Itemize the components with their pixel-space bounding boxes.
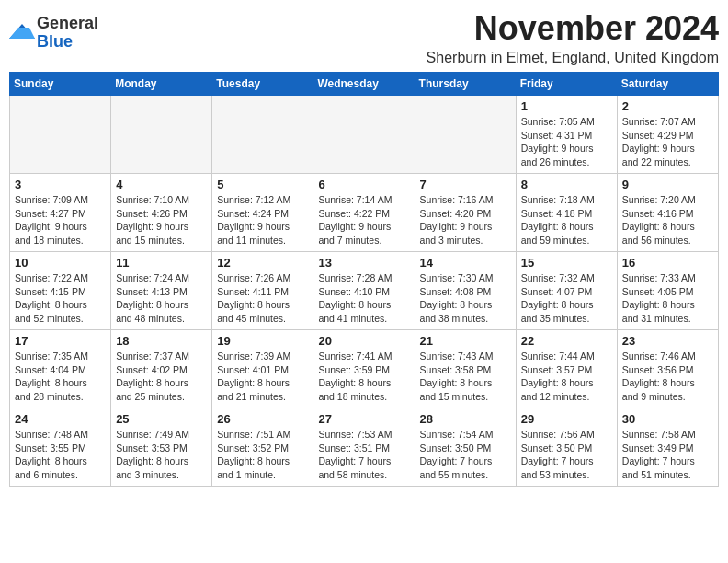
- day-number: 14: [420, 256, 511, 270]
- logo: General Blue: [9, 15, 98, 52]
- day-number: 26: [217, 412, 308, 426]
- day-info: Sunrise: 7:53 AM Sunset: 3:51 PM Dayligh…: [318, 428, 409, 482]
- day-info: Sunrise: 7:16 AM Sunset: 4:20 PM Dayligh…: [420, 193, 511, 247]
- day-info: Sunrise: 7:10 AM Sunset: 4:26 PM Dayligh…: [116, 193, 207, 247]
- calendar-cell: 10Sunrise: 7:22 AM Sunset: 4:15 PM Dayli…: [10, 252, 111, 330]
- day-info: Sunrise: 7:24 AM Sunset: 4:13 PM Dayligh…: [116, 271, 207, 326]
- logo-blue-text: Blue: [37, 33, 98, 52]
- day-number: 25: [116, 412, 207, 426]
- day-number: 1: [521, 99, 612, 113]
- calendar-cell: 24Sunrise: 7:48 AM Sunset: 3:55 PM Dayli…: [10, 408, 111, 487]
- day-info: Sunrise: 7:54 AM Sunset: 3:50 PM Dayligh…: [420, 428, 511, 482]
- calendar-cell: 30Sunrise: 7:58 AM Sunset: 3:49 PM Dayli…: [617, 408, 718, 487]
- day-number: 22: [521, 334, 612, 348]
- calendar-cell: 4Sunrise: 7:10 AM Sunset: 4:26 PM Daylig…: [111, 174, 212, 252]
- calendar-cell: 3Sunrise: 7:09 AM Sunset: 4:27 PM Daylig…: [10, 174, 111, 252]
- day-info: Sunrise: 7:20 AM Sunset: 4:16 PM Dayligh…: [622, 193, 713, 247]
- day-info: Sunrise: 7:51 AM Sunset: 3:52 PM Dayligh…: [217, 428, 308, 482]
- day-number: 11: [116, 256, 207, 270]
- calendar-cell: 23Sunrise: 7:46 AM Sunset: 3:56 PM Dayli…: [617, 330, 718, 408]
- calendar-cell: [415, 96, 516, 174]
- day-info: Sunrise: 7:48 AM Sunset: 3:55 PM Dayligh…: [15, 428, 106, 482]
- day-number: 3: [15, 178, 106, 191]
- day-info: Sunrise: 7:07 AM Sunset: 4:29 PM Dayligh…: [622, 115, 713, 169]
- day-number: 5: [217, 178, 308, 191]
- month-title: November 2024: [427, 9, 719, 48]
- calendar-cell: 11Sunrise: 7:24 AM Sunset: 4:13 PM Dayli…: [111, 252, 212, 330]
- day-number: 6: [318, 178, 409, 191]
- day-info: Sunrise: 7:30 AM Sunset: 4:08 PM Dayligh…: [420, 271, 511, 326]
- column-header-wednesday: Wednesday: [313, 73, 415, 96]
- week-row-2: 3Sunrise: 7:09 AM Sunset: 4:27 PM Daylig…: [10, 174, 719, 252]
- calendar-cell: 28Sunrise: 7:54 AM Sunset: 3:50 PM Dayli…: [415, 408, 516, 487]
- column-header-tuesday: Tuesday: [212, 73, 313, 96]
- logo-general-text: General: [37, 15, 98, 33]
- calendar-cell: 7Sunrise: 7:16 AM Sunset: 4:20 PM Daylig…: [415, 174, 516, 252]
- day-number: 27: [318, 412, 409, 426]
- calendar-cell: 15Sunrise: 7:32 AM Sunset: 4:07 PM Dayli…: [516, 252, 617, 330]
- title-section: November 2024 Sherburn in Elmet, England…: [427, 9, 719, 66]
- day-number: 4: [116, 178, 207, 191]
- calendar-cell: 18Sunrise: 7:37 AM Sunset: 4:02 PM Dayli…: [111, 330, 212, 408]
- calendar-cell: 9Sunrise: 7:20 AM Sunset: 4:16 PM Daylig…: [617, 174, 718, 252]
- day-number: 8: [521, 178, 612, 191]
- day-info: Sunrise: 7:28 AM Sunset: 4:10 PM Dayligh…: [318, 271, 409, 326]
- day-info: Sunrise: 7:12 AM Sunset: 4:24 PM Dayligh…: [217, 193, 308, 247]
- day-number: 9: [622, 178, 713, 191]
- calendar-cell: 6Sunrise: 7:14 AM Sunset: 4:22 PM Daylig…: [313, 174, 415, 252]
- calendar-cell: 8Sunrise: 7:18 AM Sunset: 4:18 PM Daylig…: [516, 174, 617, 252]
- day-info: Sunrise: 7:32 AM Sunset: 4:07 PM Dayligh…: [521, 271, 612, 326]
- day-number: 18: [116, 334, 207, 348]
- calendar-cell: 16Sunrise: 7:33 AM Sunset: 4:05 PM Dayli…: [617, 252, 718, 330]
- calendar-cell: 20Sunrise: 7:41 AM Sunset: 3:59 PM Dayli…: [313, 330, 415, 408]
- day-info: Sunrise: 7:14 AM Sunset: 4:22 PM Dayligh…: [318, 193, 409, 247]
- calendar-cell: 19Sunrise: 7:39 AM Sunset: 4:01 PM Dayli…: [212, 330, 313, 408]
- day-info: Sunrise: 7:09 AM Sunset: 4:27 PM Dayligh…: [15, 193, 106, 247]
- day-info: Sunrise: 7:33 AM Sunset: 4:05 PM Dayligh…: [622, 271, 713, 326]
- calendar-cell: 26Sunrise: 7:51 AM Sunset: 3:52 PM Dayli…: [212, 408, 313, 487]
- week-row-3: 10Sunrise: 7:22 AM Sunset: 4:15 PM Dayli…: [10, 252, 719, 330]
- day-number: 19: [217, 334, 308, 348]
- day-number: 7: [420, 178, 511, 191]
- calendar-cell: 29Sunrise: 7:56 AM Sunset: 3:50 PM Dayli…: [516, 408, 617, 487]
- day-number: 24: [15, 412, 106, 426]
- calendar-cell: 21Sunrise: 7:43 AM Sunset: 3:58 PM Dayli…: [415, 330, 516, 408]
- calendar-cell: 2Sunrise: 7:07 AM Sunset: 4:29 PM Daylig…: [617, 96, 718, 174]
- day-number: 21: [420, 334, 511, 348]
- week-row-5: 24Sunrise: 7:48 AM Sunset: 3:55 PM Dayli…: [10, 408, 719, 487]
- day-info: Sunrise: 7:18 AM Sunset: 4:18 PM Dayligh…: [521, 193, 612, 247]
- calendar-cell: 14Sunrise: 7:30 AM Sunset: 4:08 PM Dayli…: [415, 252, 516, 330]
- day-info: Sunrise: 7:56 AM Sunset: 3:50 PM Dayligh…: [521, 428, 612, 482]
- day-info: Sunrise: 7:58 AM Sunset: 3:49 PM Dayligh…: [622, 428, 713, 482]
- day-number: 28: [420, 412, 511, 426]
- calendar-cell: 13Sunrise: 7:28 AM Sunset: 4:10 PM Dayli…: [313, 252, 415, 330]
- day-info: Sunrise: 7:44 AM Sunset: 3:57 PM Dayligh…: [521, 350, 612, 404]
- day-info: Sunrise: 7:22 AM Sunset: 4:15 PM Dayligh…: [15, 271, 106, 326]
- day-number: 13: [318, 256, 409, 270]
- logo-icon: [9, 20, 35, 46]
- day-number: 16: [622, 256, 713, 270]
- day-info: Sunrise: 7:46 AM Sunset: 3:56 PM Dayligh…: [622, 350, 713, 404]
- day-number: 15: [521, 256, 612, 270]
- day-number: 20: [318, 334, 409, 348]
- day-number: 23: [622, 334, 713, 348]
- page-header: General Blue November 2024 Sherburn in E…: [9, 9, 719, 66]
- day-number: 30: [622, 412, 713, 426]
- day-info: Sunrise: 7:26 AM Sunset: 4:11 PM Dayligh…: [217, 271, 308, 326]
- day-info: Sunrise: 7:41 AM Sunset: 3:59 PM Dayligh…: [318, 350, 409, 404]
- calendar-cell: [313, 96, 415, 174]
- day-number: 17: [15, 334, 106, 348]
- column-header-friday: Friday: [516, 73, 617, 96]
- day-number: 29: [521, 412, 612, 426]
- day-info: Sunrise: 7:37 AM Sunset: 4:02 PM Dayligh…: [116, 350, 207, 404]
- calendar-cell: [111, 96, 212, 174]
- day-info: Sunrise: 7:05 AM Sunset: 4:31 PM Dayligh…: [521, 115, 612, 169]
- calendar-cell: 27Sunrise: 7:53 AM Sunset: 3:51 PM Dayli…: [313, 408, 415, 487]
- day-number: 12: [217, 256, 308, 270]
- calendar-cell: 25Sunrise: 7:49 AM Sunset: 3:53 PM Dayli…: [111, 408, 212, 487]
- calendar-cell: 5Sunrise: 7:12 AM Sunset: 4:24 PM Daylig…: [212, 174, 313, 252]
- day-number: 2: [622, 99, 713, 113]
- calendar-cell: 22Sunrise: 7:44 AM Sunset: 3:57 PM Dayli…: [516, 330, 617, 408]
- day-info: Sunrise: 7:35 AM Sunset: 4:04 PM Dayligh…: [15, 350, 106, 404]
- calendar-cell: 1Sunrise: 7:05 AM Sunset: 4:31 PM Daylig…: [516, 96, 617, 174]
